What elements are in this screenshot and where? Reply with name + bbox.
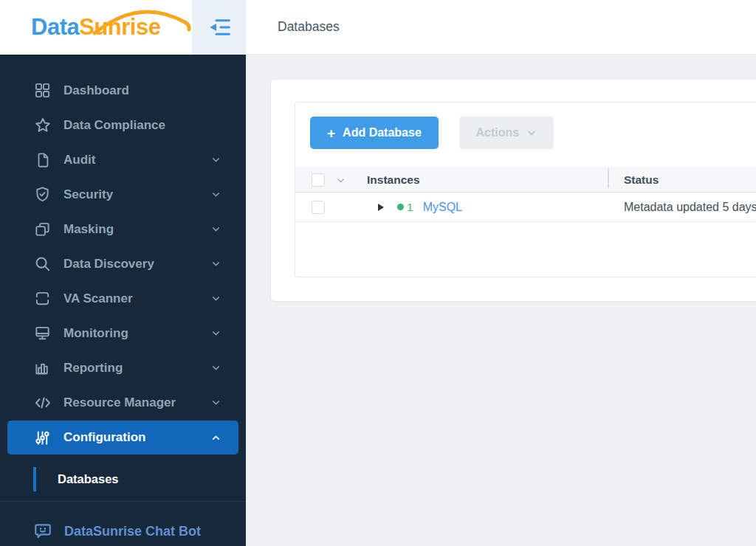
brand-part2: Sunrise	[79, 14, 160, 40]
table-header-row: Instances Status	[295, 167, 756, 193]
sidebar-item-label: Masking	[63, 222, 211, 237]
chevron-up-icon	[211, 433, 221, 443]
instance-count: 1	[407, 201, 413, 214]
sidebar-item-label: Configuration	[63, 430, 211, 445]
collapse-sidebar-icon	[207, 15, 231, 39]
chevron-down-icon	[211, 155, 221, 165]
bar-chart-icon	[33, 359, 52, 377]
sidebar-item-label: Audit	[63, 153, 211, 167]
shield-icon	[33, 185, 52, 204]
chat-bot-icon	[33, 522, 52, 541]
sidebar-item-data-compliance[interactable]: Data Compliance	[0, 108, 246, 142]
sidebar-item-label: Dashboard	[63, 83, 246, 98]
column-header-status[interactable]: Status	[608, 173, 756, 187]
sidebar-item-label: Monitoring	[63, 326, 211, 341]
logo-bar: DataSunrise	[0, 0, 246, 55]
page-title: Databases	[278, 19, 340, 35]
sidebar-subitem-label: Databases	[58, 472, 119, 486]
column-header-instances[interactable]: Instances	[367, 173, 608, 187]
expand-row-icon[interactable]	[378, 204, 384, 211]
status-cell: Metadata updated 5 days	[608, 201, 756, 214]
chevron-down-icon	[211, 328, 221, 338]
select-menu-caret[interactable]	[333, 176, 348, 185]
dashboard-icon	[33, 81, 52, 100]
add-database-button[interactable]: + Add Database	[310, 117, 439, 149]
sidebar-item-chatbot[interactable]: DataSunrise Chat Bot	[0, 522, 246, 541]
sidebar-item-monitoring[interactable]: Monitoring	[0, 316, 246, 350]
top-bar: Databases	[246, 0, 756, 55]
table-row: 1 MySQL Metadata updated 5 days	[295, 193, 756, 222]
sidebar-item-va-scanner[interactable]: VA Scanner	[0, 281, 246, 316]
sidebar-item-audit[interactable]: Audit	[0, 142, 246, 177]
sidebar-nav: Dashboard Data Compliance Audit Security	[0, 55, 246, 541]
sidebar-item-label: VA Scanner	[63, 291, 211, 306]
instances-cell: 1 MySQL	[367, 201, 608, 214]
chevron-down-icon	[211, 224, 221, 234]
chevron-down-icon	[211, 363, 221, 373]
main-area: Databases + Add Database Actions	[246, 0, 756, 546]
row-checkbox[interactable]	[312, 201, 325, 214]
chevron-down-icon	[211, 398, 221, 407]
sidebar-item-reporting[interactable]: Reporting	[0, 350, 246, 385]
sidebar-item-configuration[interactable]: Configuration	[7, 421, 238, 455]
copy-icon	[33, 220, 52, 238]
sidebar-item-data-discovery[interactable]: Data Discovery	[0, 246, 246, 281]
brand-part1: Data	[31, 14, 79, 40]
sidebar-item-label: Resource Manager	[63, 395, 211, 410]
sidebar-collapse-button[interactable]	[192, 0, 246, 55]
plus-icon: +	[327, 126, 335, 140]
sidebar-divider	[0, 501, 246, 502]
sidebar-item-security[interactable]: Security	[0, 177, 246, 212]
brand-logo[interactable]: DataSunrise	[31, 14, 160, 41]
select-all-checkbox[interactable]	[312, 173, 325, 187]
chevron-down-icon	[211, 294, 221, 303]
sidebar-item-label: Data Compliance	[63, 118, 246, 133]
sidebar-subitem-databases[interactable]: Databases	[33, 467, 246, 491]
databases-table: Instances Status 1 MySQL Metadata update…	[295, 167, 756, 222]
search-icon	[33, 255, 52, 273]
actions-button[interactable]: Actions	[459, 117, 554, 149]
code-icon	[33, 393, 52, 412]
databases-card: + Add Database Actions Instances	[271, 80, 756, 301]
chatbot-label: DataSunrise Chat Bot	[64, 524, 201, 539]
toolbar: + Add Database Actions	[295, 103, 756, 149]
database-link[interactable]: MySQL	[423, 201, 462, 214]
databases-panel: + Add Database Actions Instances	[295, 102, 756, 277]
actions-label: Actions	[475, 126, 519, 139]
sidebar-item-masking[interactable]: Masking	[0, 212, 246, 246]
chevron-down-icon	[211, 190, 221, 199]
sidebar: DataSunrise Dashboard Data Compliance	[0, 0, 246, 546]
add-database-label: Add Database	[343, 126, 422, 139]
document-icon	[33, 151, 52, 169]
chevron-down-icon	[526, 128, 537, 138]
star-icon	[33, 116, 52, 134]
chevron-down-icon	[211, 259, 221, 269]
chevron-down-icon	[336, 176, 346, 185]
monitor-icon	[33, 324, 52, 342]
sidebar-item-label: Data Discovery	[63, 257, 211, 272]
sidebar-item-label: Reporting	[63, 361, 211, 376]
content-area: + Add Database Actions Instances	[246, 55, 756, 546]
scanner-icon	[33, 289, 52, 308]
sidebar-item-label: Security	[63, 187, 211, 202]
sidebar-item-resource-manager[interactable]: Resource Manager	[0, 385, 246, 420]
instance-status-dot	[397, 204, 404, 210]
sidebar-item-dashboard[interactable]: Dashboard	[0, 73, 246, 108]
sliders-icon	[33, 429, 52, 447]
